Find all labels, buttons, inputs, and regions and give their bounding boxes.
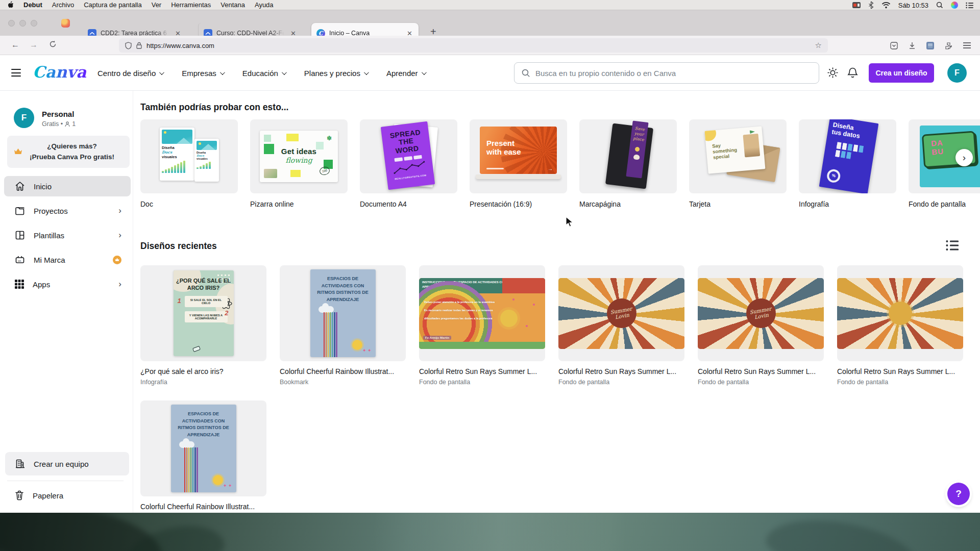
template-carousel: Diseña Docs visuales Diseña Docs visuale… [140, 119, 980, 208]
screen-recording-icon[interactable] [852, 2, 861, 8]
account-avatar[interactable]: F [947, 63, 967, 83]
design-card-rainbow-bookmark[interactable]: ESPACIOS DE ACTIVIDADES CON RITMOS DISTI… [140, 400, 266, 513]
brand-kit-icon: co. [14, 254, 26, 265]
nav-educacion[interactable]: Educación [242, 69, 285, 78]
nav-empresas[interactable]: Empresas [182, 69, 224, 78]
window-minimize-button[interactable] [19, 20, 26, 27]
help-button[interactable]: ? [947, 483, 970, 505]
design-card-retro-badge[interactable]: Summer Lovin Colorful Retro Sun Rays Sum… [698, 265, 824, 386]
search-bar[interactable] [514, 62, 819, 84]
menu-archivo[interactable]: Archivo [52, 1, 74, 9]
design-title: Colorful Retro Sun Rays Summer L... [419, 367, 545, 375]
sidebar-divider [7, 481, 124, 481]
macos-menubar: Debut Archivo Captura de pantalla Ver He… [0, 0, 980, 10]
template-label: Pizarra online [250, 200, 348, 208]
bookmark-star-icon[interactable]: ☆ [815, 41, 822, 50]
url-field[interactable]: https://www.canva.com ☆ [119, 38, 828, 53]
trash-icon [14, 490, 24, 501]
recent-designs-grid: ¿POR QUÉ SALE EL ARCO IRIS? 1SI SALE EL … [140, 265, 963, 513]
spotlight-icon[interactable] [936, 2, 943, 9]
sidebar-item-proyectos[interactable]: Proyectos › [4, 201, 131, 221]
settings-gear-icon[interactable] [827, 67, 839, 79]
apple-menu-icon[interactable] [7, 1, 14, 9]
menubar-app-name[interactable]: Debut [23, 1, 42, 9]
design-card-retro-instrucciones[interactable]: INSTRUCCIONES DE TU ESPACIO DE ACTIVIDAD… [419, 265, 545, 386]
canva-header: Canva Centro de diseño Empresas Educació… [0, 55, 980, 91]
nav-planes-y-precios[interactable]: Planes y precios [304, 69, 368, 78]
menu-ventana[interactable]: Ventana [220, 1, 245, 9]
firefox-view-icon[interactable] [61, 19, 70, 28]
sidebar-item-label: Proyectos [34, 207, 68, 215]
menu-ayuda[interactable]: Ayuda [255, 1, 274, 9]
recent-designs-title: Diseños recientes [140, 241, 217, 252]
nav-aprender[interactable]: Aprender [386, 69, 425, 78]
template-label: Presentación (16:9) [470, 200, 567, 208]
list-view-toggle-icon[interactable] [946, 240, 959, 251]
notification-center-icon[interactable] [966, 2, 974, 9]
browser-menu-icon[interactable] [963, 42, 971, 48]
design-card-rainbow-bookmark[interactable]: ESPACIOS DE ACTIVIDADES CON RITMOS DISTI… [280, 265, 406, 386]
sidebar-item-label: Plantillas [34, 231, 64, 240]
templates-icon [14, 230, 26, 241]
chevron-down-icon [282, 70, 287, 75]
template-card-infografia[interactable]: Diseñatus datos % Infografía [799, 119, 896, 208]
pocket-save-icon[interactable] [890, 42, 898, 49]
downloads-icon[interactable] [909, 42, 916, 49]
building-icon [14, 458, 26, 469]
puzzle-extensions-icon[interactable] [945, 42, 952, 49]
canva-pro-promo-banner[interactable]: ¿Quieres más? ¡Prueba Canva Pro gratis! [7, 136, 130, 168]
window-zoom-button[interactable] [31, 20, 37, 27]
design-card-arcoiris[interactable]: ¿POR QUÉ SALE EL ARCO IRIS? 1SI SALE EL … [140, 265, 266, 386]
design-title: Colorful Retro Sun Rays Summer L... [558, 367, 684, 375]
carousel-next-button[interactable]: › [955, 149, 973, 166]
chevron-down-icon [159, 70, 164, 75]
sidebar-item-plantillas[interactable]: Plantillas › [4, 225, 131, 245]
design-card-retro-plain[interactable]: Colorful Retro Sun Rays Summer L... Fond… [837, 265, 963, 386]
wifi-icon[interactable] [881, 2, 891, 9]
workspace-meta: Gratis • 1 [42, 120, 76, 128]
template-label: Tarjeta [689, 200, 787, 208]
menubar-clock[interactable]: Sáb 10:53 [898, 2, 928, 9]
extension-icon[interactable] [926, 42, 934, 49]
notifications-bell-icon[interactable] [847, 67, 859, 79]
forward-icon[interactable]: → [30, 40, 38, 49]
window-close-button[interactable] [8, 20, 15, 27]
design-card-retro-badge[interactable]: Summer Lovin Colorful Retro Sun Rays Sum… [558, 265, 684, 386]
reload-icon[interactable] [49, 40, 57, 48]
folder-icon [14, 205, 26, 216]
shield-icon[interactable] [125, 42, 132, 49]
template-card-presentacion[interactable]: Presentwith ease → Presentación (16:9) [470, 119, 567, 208]
lock-icon[interactable] [136, 42, 142, 49]
template-card-pizarra[interactable]: ✽ Get ideas flowing 100 Pizarra online [250, 119, 348, 208]
menu-captura[interactable]: Captura de pantalla [84, 1, 141, 9]
search-input[interactable] [535, 69, 812, 78]
menu-hamburger-icon[interactable] [11, 69, 21, 77]
trash-button[interactable]: Papelera [5, 484, 129, 507]
template-card-tarjeta[interactable]: Saysomethingspecial Tarjeta [689, 119, 787, 208]
workspace-name[interactable]: Personal [42, 110, 74, 118]
template-card-marcapagina[interactable]: Saveyourplace Marcapágina [579, 119, 677, 208]
create-design-button[interactable]: Crea un diseño [869, 63, 934, 83]
header-nav: Centro de diseño Empresas Educación Plan… [97, 55, 425, 91]
sidebar-item-apps[interactable]: Apps › [4, 274, 131, 294]
create-team-button[interactable]: Crear un equipo [5, 452, 129, 475]
nav-centro-de-diseno[interactable]: Centro de diseño [97, 69, 163, 78]
bluetooth-icon[interactable] [868, 1, 874, 9]
sidebar-item-mi-marca[interactable]: co. Mi Marca [4, 249, 131, 270]
workspace-avatar[interactable]: F [14, 108, 34, 128]
design-type: Bookmark [280, 379, 406, 386]
template-card-doc[interactable]: Diseña Docs visuales Diseña Docs visuale… [140, 119, 238, 208]
template-card-documento-a4[interactable]: SPREADTHE WORD REALLYGREATSITE.COM Docum… [360, 119, 457, 208]
menu-herramientas[interactable]: Herramientas [171, 1, 211, 9]
url-text[interactable]: https://www.canva.com [146, 42, 811, 49]
canva-logo[interactable]: Canva [33, 63, 86, 81]
design-type: Fondo de pantalla [558, 379, 684, 386]
siri-icon[interactable] [951, 2, 958, 9]
design-title: Colorful Cheerful Rainbow Illustrat... [280, 367, 406, 375]
window-controls[interactable] [8, 20, 37, 27]
chevron-right-icon: › [118, 279, 121, 289]
sidebar-item-inicio[interactable]: Inicio [4, 176, 131, 196]
back-icon[interactable]: ← [11, 40, 19, 49]
menu-ver[interactable]: Ver [152, 1, 162, 9]
design-title: Colorful Retro Sun Rays Summer L... [837, 367, 963, 375]
